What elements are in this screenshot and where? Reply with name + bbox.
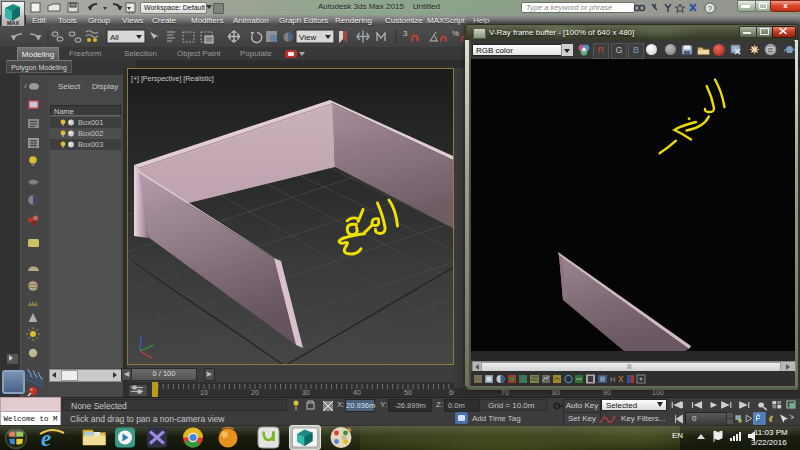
svg-text:%: % (452, 29, 459, 38)
svg-text:Box002: Box002 (78, 129, 103, 138)
svg-text:20: 20 (251, 389, 259, 396)
svg-text:Box001: Box001 (78, 118, 103, 127)
svg-text:Box003: Box003 (78, 140, 103, 149)
svg-text:[+] [Perspective] [Realistic]: [+] [Perspective] [Realistic] (131, 75, 214, 83)
svg-text:10: 10 (200, 389, 208, 396)
svg-text:40: 40 (353, 389, 361, 396)
svg-text:30: 30 (302, 389, 310, 396)
svg-text:H: H (610, 375, 615, 384)
svg-text:All: All (110, 33, 119, 42)
svg-text:?: ? (708, 5, 712, 12)
svg-text:50: 50 (404, 389, 412, 396)
svg-text:3: 3 (403, 29, 408, 38)
svg-text:View: View (299, 33, 316, 42)
